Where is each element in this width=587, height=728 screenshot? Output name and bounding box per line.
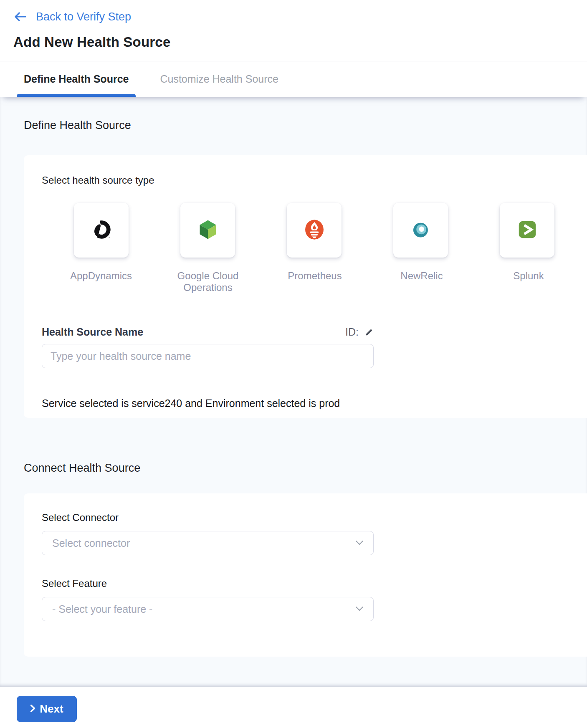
tile-label-google-cloud-operations: Google Cloud Operations: [154, 270, 261, 293]
next-button[interactable]: Next: [17, 696, 77, 722]
tile-label-prometheus: Prometheus: [261, 270, 368, 293]
id-group: ID:: [345, 326, 374, 338]
next-button-label: Next: [40, 703, 63, 715]
id-label: ID:: [345, 326, 359, 338]
health-source-name-input[interactable]: [42, 344, 374, 368]
edit-pencil-icon[interactable]: [364, 328, 374, 337]
tile-label-splunk: Splunk: [475, 270, 582, 293]
feature-select-placeholder: - Select your feature -: [52, 603, 152, 615]
connect-section-heading: Connect Health Source: [0, 418, 587, 475]
back-arrow-icon[interactable]: [13, 11, 27, 22]
back-link[interactable]: Back to Verify Step: [13, 8, 587, 25]
tile-newrelic[interactable]: [393, 203, 448, 258]
back-link-label[interactable]: Back to Verify Step: [36, 10, 131, 23]
select-connector-label: Select Connector: [42, 512, 587, 523]
service-environment-note: Service selected is service240 and Envir…: [42, 397, 587, 410]
connect-health-source-card: Select Connector Select connector Select…: [24, 493, 587, 657]
main-content: Define Health Source Select health sourc…: [0, 97, 587, 687]
health-source-name-label: Health Source Name: [42, 326, 143, 338]
page-title: Add New Health Source: [13, 34, 587, 50]
health-source-type-labels: AppDynamics Google Cloud Operations Prom…: [48, 270, 587, 293]
tile-label-newrelic: NewRelic: [368, 270, 475, 293]
tile-label-appdynamics: AppDynamics: [48, 270, 154, 293]
tab-define-health-source[interactable]: Define Health Source: [24, 61, 129, 97]
tile-google-cloud-operations[interactable]: [180, 203, 235, 258]
page-header: Back to Verify Step Add New Health Sourc…: [0, 0, 587, 61]
prometheus-icon: [303, 218, 326, 243]
tile-prometheus[interactable]: [287, 203, 342, 258]
health-source-name-row: Health Source Name ID:: [42, 326, 374, 338]
connector-select-placeholder: Select connector: [52, 537, 130, 549]
chevron-down-icon: [356, 605, 363, 613]
newrelic-icon: [410, 218, 432, 243]
tile-splunk[interactable]: [500, 203, 554, 258]
feature-select[interactable]: - Select your feature -: [42, 597, 374, 621]
select-type-label: Select health source type: [42, 174, 587, 186]
appdynamics-icon: [90, 218, 113, 243]
connector-select[interactable]: Select connector: [42, 531, 374, 555]
tab-customize-health-source[interactable]: Customize Health Source: [160, 61, 278, 97]
tile-appdynamics[interactable]: [74, 203, 129, 258]
google-cloud-operations-icon: [197, 218, 219, 243]
chevron-down-icon: [356, 539, 363, 547]
tab-bar: Define Health Source Customize Health So…: [0, 61, 587, 97]
footer-bar: Next: [0, 696, 587, 728]
splunk-icon: [516, 218, 539, 243]
define-section-heading: Define Health Source: [0, 97, 587, 132]
health-source-type-tiles: [74, 203, 587, 258]
define-health-source-card: Select health source type: [24, 155, 587, 418]
select-feature-label: Select Feature: [42, 578, 587, 589]
next-chevron-icon: [30, 703, 35, 715]
